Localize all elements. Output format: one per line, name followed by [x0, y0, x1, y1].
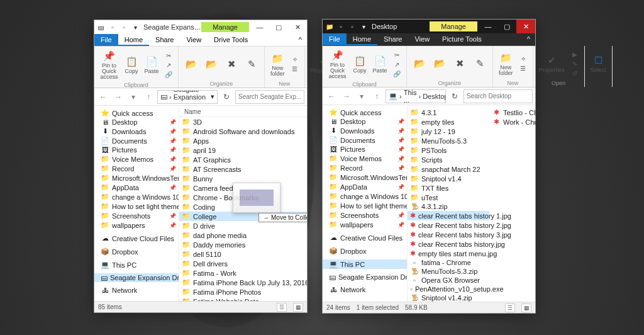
nav-item[interactable]: 📁Voice Memos📌 [94, 154, 179, 164]
close-button[interactable]: ✕ [288, 20, 307, 34]
select-button[interactable]: ☐Select [589, 53, 608, 74]
tab-view[interactable]: View [408, 33, 436, 45]
delete-button[interactable]: ✖ [223, 57, 240, 72]
file-row[interactable]: 🗜4.3.1.zip [408, 202, 489, 211]
file-row[interactable]: ▫fatima - Chrome [408, 258, 489, 267]
file-list[interactable]: 📁4.3.1📁empty tiles📁july 12 - 19📁MenuTool… [408, 105, 535, 302]
nav-item[interactable]: 📁Voice Memos📌 [323, 154, 407, 163]
nav-item[interactable]: 🖧Network [323, 285, 407, 294]
paste-button[interactable]: 📄Paste [371, 54, 389, 75]
nav-item[interactable]: 🖴Seagate Expansion Drive (E:) [323, 273, 407, 281]
nav-item[interactable]: 📁AppData📌 [323, 182, 407, 191]
navigation-pane[interactable]: ⭐Quick access🖥Desktop📌⬇Downloads📌📄Docume… [323, 105, 408, 302]
rename-button[interactable]: ✎ [471, 56, 489, 71]
recent-button[interactable]: ▾ [127, 91, 140, 103]
titlebar[interactable]: 🖴 ▫ ▫ ▾ Seagate Expansion D... Manage — … [94, 20, 307, 34]
copy-button[interactable]: 📋Copy [123, 54, 140, 76]
edit-icon[interactable]: ✎ [569, 59, 580, 68]
nav-item[interactable]: 📁change a Windows 10 PC n📌 [323, 191, 407, 201]
paste-shortcut-icon[interactable]: 🔗 [391, 69, 402, 78]
crumb-desktop[interactable]: Desktop [423, 93, 446, 100]
icons-view-button[interactable]: ▦ [293, 303, 303, 312]
qat-down[interactable]: ▾ [131, 23, 140, 31]
maximize-button[interactable]: ▢ [269, 20, 288, 34]
nav-item[interactable]: 🖼Pictures📌 [323, 145, 407, 154]
nav-item[interactable]: 📁Screenshots📌 [94, 211, 179, 220]
move-to-button[interactable]: 📂 [411, 56, 428, 71]
refresh-button[interactable]: ↻ [220, 91, 233, 103]
easy-access-icon[interactable]: ☰ [289, 65, 301, 74]
details-view-button[interactable]: ☰ [277, 303, 287, 312]
search-input[interactable] [464, 89, 533, 103]
properties-button[interactable]: ✔Properties [537, 53, 567, 74]
collapse-ribbon[interactable]: ^ [522, 33, 535, 45]
file-row[interactable]: 📁AT Graphics [179, 155, 307, 164]
refresh-button[interactable]: ↻ [448, 90, 461, 103]
minimize-button[interactable]: — [479, 20, 497, 33]
file-row[interactable]: 📁Apps [179, 136, 307, 145]
new-item-icon[interactable]: ✧ [289, 55, 301, 64]
nav-item[interactable]: 💻This PC [323, 259, 407, 269]
nav-item[interactable]: ⬇Downloads📌 [94, 127, 179, 136]
collapse-ribbon[interactable]: ^ [294, 34, 307, 46]
file-row[interactable]: 🗜Sniptool v1.4.zip [408, 293, 489, 302]
tab-file[interactable]: File [323, 33, 347, 45]
up-button[interactable]: ↑ [370, 90, 383, 103]
file-row[interactable]: ✱clear Recent tabs history 3.jpg [408, 230, 489, 239]
file-row[interactable]: ✱clear Recent tabs history.jpg [408, 239, 489, 249]
breadcrumb[interactable]: 💻 › This ... › Desktop ▾ [386, 89, 446, 103]
file-row[interactable]: 📁4.3.1 [408, 108, 489, 117]
nav-item[interactable]: 📄Documents📌 [94, 136, 179, 145]
file-row[interactable]: 📁Fatima - Work [179, 268, 307, 278]
nav-item[interactable]: ⭐Quick access [323, 108, 407, 117]
contextual-tab-manage[interactable]: Manage [201, 22, 249, 32]
qat-icon-2[interactable]: ▫ [348, 22, 357, 31]
paste-shortcut-icon[interactable]: 🔗 [163, 70, 174, 79]
move-to-button[interactable]: 📂 [182, 57, 200, 72]
file-row[interactable]: 📁Bunny [179, 174, 307, 183]
file-row[interactable]: ✱clear Recent tabs history 1.jpg [408, 211, 489, 220]
file-row[interactable]: 📁Scripts [408, 155, 489, 164]
file-list[interactable]: Name 📁3D📁Android Software and downloads📁… [179, 106, 307, 301]
file-row[interactable]: ✱clear Recent tabs history 2.jpg [408, 220, 489, 230]
file-row[interactable]: 📁april 19 [179, 145, 307, 155]
file-row[interactable]: 📁uTest [408, 193, 489, 202]
nav-item[interactable]: 🖧Network [94, 286, 179, 295]
new-item-icon[interactable]: ✧ [518, 55, 529, 64]
nav-item[interactable]: ⬇Downloads📌 [323, 126, 407, 135]
nav-item[interactable]: ⭐Quick access [94, 108, 179, 118]
details-view-button[interactable]: ☰ [505, 304, 515, 312]
delete-button[interactable]: ✖ [451, 56, 469, 71]
breadcrumb[interactable]: 🖴 › Seagate Expansion ... ▾ [157, 90, 218, 104]
search-input[interactable] [235, 90, 304, 104]
forward-button[interactable]: → [112, 91, 125, 103]
file-row[interactable]: 📁D drive [179, 221, 307, 230]
nav-item[interactable]: ☁Creative Cloud Files [323, 233, 407, 242]
new-folder-button[interactable]: 📁New folder [269, 51, 287, 78]
qat-icon-2[interactable]: ▫ [119, 23, 128, 31]
nav-item[interactable]: 📁Microsoft.WindowsTerm📌 [94, 173, 179, 183]
nav-item[interactable]: 📁How to set light theme for a📌 [323, 201, 407, 210]
cut-icon[interactable]: ✂ [391, 50, 402, 59]
file-row[interactable]: ▫Opera GX Browser [408, 276, 489, 285]
close-button[interactable]: ✕ [516, 20, 535, 33]
nav-item[interactable]: 🖥Desktop📌 [323, 117, 407, 126]
history-icon[interactable]: ↺ [569, 69, 580, 77]
pin-to-quick-access-button[interactable]: 📌Pin to Quick access [98, 48, 120, 81]
contextual-tab-manage[interactable]: Manage [430, 21, 477, 31]
file-row[interactable]: 📁Dell drivers [179, 259, 307, 268]
nav-item[interactable]: 🖥Desktop📌 [94, 118, 179, 127]
nav-item[interactable]: 📁Record📌 [94, 164, 179, 173]
nav-item[interactable]: 📁Microsoft.WindowsTerm📌 [323, 173, 407, 182]
nav-item[interactable]: 📦Dropbox [94, 247, 179, 256]
qat-icon[interactable]: ▫ [336, 22, 345, 31]
recent-button[interactable]: ▾ [355, 90, 368, 103]
tab-picture-tools[interactable]: Picture Tools [436, 33, 488, 45]
cut-icon[interactable]: ✂ [163, 51, 174, 60]
file-row[interactable]: 📁TXT files [408, 183, 489, 193]
up-button[interactable]: ↑ [142, 91, 155, 103]
file-row[interactable]: 📁MenuTools-5.3 [408, 136, 489, 145]
copy-button[interactable]: 📋Copy [351, 54, 369, 75]
file-row[interactable]: 📁dell 5110 [179, 249, 307, 259]
file-row[interactable]: 📁Sniptool v1.4 [408, 174, 489, 183]
